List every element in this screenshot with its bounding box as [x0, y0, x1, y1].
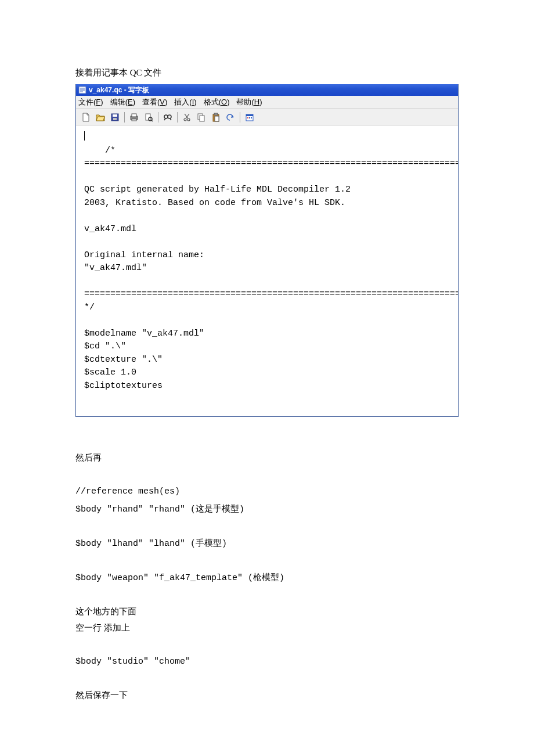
text-cursor	[84, 131, 85, 141]
svg-rect-6	[113, 114, 117, 117]
body-text: 然后再 //reference mesh(es) $body "rhand" "…	[75, 433, 459, 704]
svg-line-13	[151, 120, 153, 121]
heading-2: 然后再	[75, 453, 102, 462]
note-3: 然后保存一下	[75, 690, 128, 700]
menu-edit[interactable]: 编辑(E)	[110, 97, 135, 107]
svg-line-17	[170, 118, 171, 120]
toolbar-separator	[177, 112, 178, 123]
svg-point-15	[168, 115, 171, 118]
window-title: v_ak47.qc - 写字板	[89, 85, 149, 95]
svg-rect-10	[132, 119, 136, 121]
cut-button[interactable]	[181, 111, 193, 124]
svg-point-18	[184, 118, 186, 121]
menu-insert[interactable]: 插入(I)	[174, 97, 196, 107]
print-button[interactable]	[128, 111, 140, 124]
paste-button[interactable]	[210, 111, 222, 124]
svg-rect-9	[132, 114, 136, 117]
svg-rect-30	[249, 117, 250, 118]
save-button[interactable]	[109, 111, 121, 124]
svg-rect-0	[79, 87, 86, 93]
menubar: 文件(F) 编辑(E) 查看(V) 插入(I) 格式(O) 帮助(H)	[76, 96, 458, 109]
print-preview-button[interactable]	[142, 111, 155, 124]
find-button[interactable]	[161, 111, 174, 124]
svg-rect-7	[113, 118, 117, 120]
open-file-button[interactable]	[94, 111, 107, 124]
svg-rect-28	[246, 114, 253, 116]
svg-rect-23	[200, 116, 204, 121]
wordpad-icon	[78, 86, 86, 94]
code-line-3: $body "weapon" "f_ak47_template" (枪模型)	[75, 573, 284, 583]
code-line-1: $body "rhand" "rhand" (这是手模型)	[75, 505, 244, 514]
toolbar	[76, 109, 458, 125]
editor-area[interactable]: /* =====================================…	[76, 125, 458, 416]
note-2: 空一行 添加上	[75, 623, 130, 632]
menu-view[interactable]: 查看(V)	[142, 97, 167, 107]
svg-point-19	[187, 118, 190, 121]
menu-file[interactable]: 文件(F)	[78, 97, 103, 107]
svg-rect-31	[251, 117, 252, 118]
svg-rect-26	[215, 116, 219, 121]
code-ref: //reference mesh(es)	[75, 487, 180, 496]
menu-help[interactable]: 帮助(H)	[236, 97, 262, 107]
note-1: 这个地方的下面	[75, 607, 136, 616]
new-file-button[interactable]	[80, 111, 92, 124]
intro-heading: 接着用记事本 QC 文件	[75, 67, 459, 78]
copy-button[interactable]	[195, 111, 208, 124]
toolbar-separator	[124, 112, 125, 123]
wordpad-window: v_ak47.qc - 写字板 文件(F) 编辑(E) 查看(V) 插入(I) …	[75, 84, 459, 417]
editor-content: /* =====================================…	[84, 146, 458, 391]
datetime-button[interactable]	[243, 111, 256, 124]
svg-rect-29	[247, 117, 248, 118]
svg-line-16	[164, 118, 165, 120]
toolbar-separator	[240, 112, 240, 123]
window-titlebar: v_ak47.qc - 写字板	[76, 84, 458, 96]
svg-point-14	[164, 115, 168, 118]
undo-button[interactable]	[224, 111, 237, 124]
code-line-4: $body "studio" "chome"	[75, 657, 190, 667]
menu-format[interactable]: 格式(O)	[204, 97, 230, 107]
toolbar-separator	[158, 112, 158, 123]
code-line-2: $body "lhand" "lhand" (手模型)	[75, 539, 227, 549]
svg-rect-25	[214, 113, 218, 115]
